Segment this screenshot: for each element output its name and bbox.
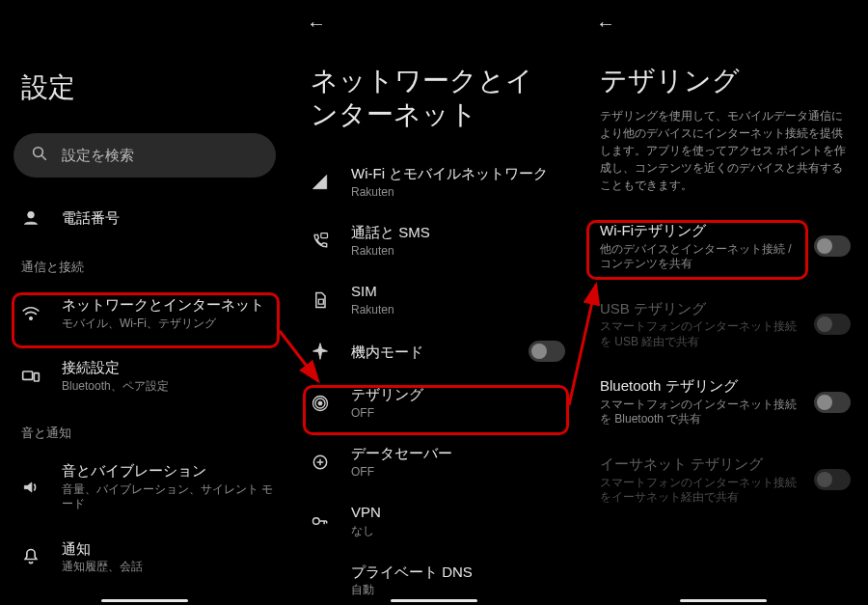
back-icon[interactable]: ← bbox=[307, 13, 326, 35]
connected-sub: Bluetooth、ペア設定 bbox=[62, 379, 276, 395]
wifi-tether-item[interactable]: Wi-Fiテザリング 他のデバイスとインターネット接続 / コンテンツを共有 bbox=[579, 207, 868, 286]
bell-icon bbox=[19, 547, 42, 566]
network-label: ネットワークとインターネット bbox=[62, 295, 276, 315]
back-icon[interactable]: ← bbox=[596, 13, 615, 35]
network-sub: モバイル、Wi-Fi、テザリング bbox=[62, 316, 276, 332]
svg-point-3 bbox=[29, 316, 32, 319]
volume-icon bbox=[19, 478, 42, 497]
section-sound-header: 音と通知 bbox=[0, 407, 289, 448]
wifi-sub: Rakuten bbox=[351, 185, 565, 201]
notification-label: 通知 bbox=[62, 539, 276, 559]
tethering-description: テザリングを使用して、モバイルデータ通信により他のデバイスにインターネット接続を… bbox=[579, 101, 868, 207]
tethering-item[interactable]: テザリング OFF bbox=[289, 373, 579, 432]
section-connect-header: 通信と接続 bbox=[0, 241, 289, 282]
network-internet-item[interactable]: ネットワークとインターネット モバイル、Wi-Fi、テザリング bbox=[0, 282, 289, 344]
privatedns-sub: 自動 bbox=[351, 583, 565, 598]
page-title: テザリング bbox=[579, 46, 868, 101]
ether-tether-label: イーサネット テザリング bbox=[600, 454, 802, 474]
bt-tether-sub: スマートフォンのインターネット接続を Bluetooth で共有 bbox=[600, 398, 802, 427]
ether-tether-toggle bbox=[814, 469, 851, 490]
page-title: ネットワークとインターネット bbox=[289, 46, 579, 135]
connected-devices-item[interactable]: 接続設定 Bluetooth、ペア設定 bbox=[0, 344, 289, 407]
back-row: ← bbox=[579, 0, 868, 46]
settings-root-panel: 設定 設定を検索 電話番号 通信と接続 ネットワークとインターネット モバイル、… bbox=[0, 0, 289, 605]
search-settings[interactable]: 設定を検索 bbox=[14, 133, 276, 178]
phone-label: 電話番号 bbox=[62, 208, 276, 228]
ether-tether-item: イーサネット テザリング スマートフォンのインターネット接続をイーサネット経由で… bbox=[579, 441, 868, 519]
datasaver-icon bbox=[309, 453, 332, 472]
sim-icon bbox=[309, 290, 332, 310]
notification-sub: 通知履歴、会話 bbox=[62, 560, 276, 575]
privatedns-item[interactable]: プライベート DNS 自動 bbox=[289, 551, 579, 602]
ether-tether-sub: スマートフォンのインターネット接続をイーサネット経由で共有 bbox=[600, 476, 802, 506]
vpn-item[interactable]: VPN なし bbox=[289, 491, 579, 550]
signal-icon bbox=[309, 173, 332, 192]
svg-rect-6 bbox=[321, 233, 328, 237]
wifi-mobile-item[interactable]: Wi-Fi とモバイルネットワーク Rakuten bbox=[289, 152, 579, 211]
airplane-toggle[interactable] bbox=[529, 341, 565, 362]
calls-label: 通話と SMS bbox=[351, 223, 565, 242]
calls-sub: Rakuten bbox=[351, 244, 565, 260]
page-title: 設定 bbox=[0, 0, 289, 124]
svg-point-12 bbox=[313, 518, 320, 525]
search-placeholder: 設定を検索 bbox=[62, 147, 134, 165]
sim-sub: Rakuten bbox=[351, 303, 565, 318]
calls-sms-item[interactable]: 通話と SMS Rakuten bbox=[289, 211, 579, 270]
bt-tether-toggle[interactable] bbox=[814, 392, 851, 413]
person-icon bbox=[19, 208, 42, 228]
nav-indicator bbox=[391, 599, 477, 602]
usb-tether-item: USB テザリング スマートフォンのインターネット接続を USB 経由で共有 bbox=[579, 286, 868, 364]
tethering-label: テザリング bbox=[351, 385, 565, 404]
nav-indicator bbox=[101, 599, 188, 602]
usb-tether-sub: スマートフォンのインターネット接続を USB 経由で共有 bbox=[600, 319, 802, 349]
sound-label: 音とバイブレーション bbox=[62, 461, 276, 481]
airplane-icon bbox=[309, 342, 332, 361]
back-row: ← bbox=[289, 0, 579, 46]
usb-tether-label: USB テザリング bbox=[600, 299, 802, 318]
connected-label: 接続設定 bbox=[62, 358, 276, 377]
wifi-tether-toggle[interactable] bbox=[814, 235, 851, 257]
network-panel: ← ネットワークとインターネット Wi-Fi とモバイルネットワーク Rakut… bbox=[289, 0, 579, 605]
phone-sms-icon bbox=[309, 232, 332, 251]
wifi-tether-sub: 他のデバイスとインターネット接続 / コンテンツを共有 bbox=[600, 242, 802, 272]
svg-point-2 bbox=[28, 211, 35, 218]
vpn-icon bbox=[309, 511, 332, 531]
svg-point-0 bbox=[34, 148, 43, 157]
svg-line-1 bbox=[41, 155, 46, 160]
svg-rect-5 bbox=[34, 372, 39, 380]
vpn-sub: なし bbox=[351, 524, 565, 539]
search-icon bbox=[31, 145, 48, 166]
hotspot-icon bbox=[309, 394, 332, 413]
datasaver-label: データセーバー bbox=[351, 444, 565, 463]
datasaver-item[interactable]: データセーバー OFF bbox=[289, 432, 579, 491]
privatedns-label: プライベート DNS bbox=[351, 563, 565, 582]
phone-number-item[interactable]: 電話番号 bbox=[0, 195, 289, 241]
sound-sub: 音量、バイブレーション、サイレント モード bbox=[62, 482, 276, 512]
sim-item[interactable]: SIM Rakuten bbox=[289, 270, 579, 329]
devices-icon bbox=[19, 367, 42, 386]
usb-tether-toggle bbox=[814, 314, 851, 335]
wifi-icon bbox=[19, 304, 42, 323]
tethering-sub: OFF bbox=[351, 406, 565, 422]
bt-tether-label: Bluetooth テザリング bbox=[600, 376, 802, 396]
sim-label: SIM bbox=[351, 282, 565, 301]
airplane-item[interactable]: 機内モード bbox=[289, 329, 579, 373]
tethering-panel: ← テザリング テザリングを使用して、モバイルデータ通信により他のデバイスにイン… bbox=[579, 0, 868, 605]
notification-item[interactable]: 通知 通知履歴、会話 bbox=[0, 526, 289, 589]
vpn-label: VPN bbox=[351, 503, 565, 522]
sound-item[interactable]: 音とバイブレーション 音量、バイブレーション、サイレント モード bbox=[0, 448, 289, 526]
nav-indicator bbox=[680, 599, 767, 602]
bt-tether-item[interactable]: Bluetooth テザリング スマートフォンのインターネット接続を Bluet… bbox=[579, 363, 868, 441]
svg-rect-7 bbox=[318, 299, 323, 304]
wifi-tether-label: Wi-Fiテザリング bbox=[600, 221, 802, 240]
airplane-label: 機内モード bbox=[351, 343, 509, 362]
svg-rect-4 bbox=[23, 371, 33, 379]
datasaver-sub: OFF bbox=[351, 465, 565, 481]
svg-point-8 bbox=[318, 401, 322, 405]
wifi-label: Wi-Fi とモバイルネットワーク bbox=[351, 164, 565, 183]
